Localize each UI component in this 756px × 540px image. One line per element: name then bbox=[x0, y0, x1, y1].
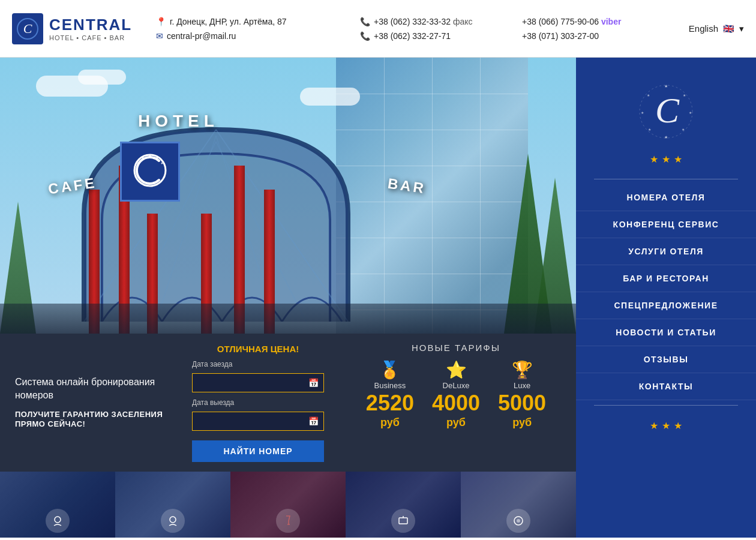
contact-info: 📍 г. Донецк, ДНР, ул. Артёма, 87 ✉ centr… bbox=[144, 17, 360, 41]
svg-point-14 bbox=[137, 163, 139, 164]
checkout-input-wrapper[interactable]: 📅 bbox=[192, 412, 324, 431]
calendar-icon-checkin: 📅 bbox=[308, 378, 319, 388]
sidebar-item-offers[interactable]: СПЕЦПРЕДЛОЖЕНИЕ bbox=[576, 292, 756, 319]
svg-point-16 bbox=[170, 517, 176, 523]
stars-ring: ★ ★ ★ ★ ★ ★ ★ ★ C bbox=[636, 82, 696, 142]
tariff-name-deluxe: DeLuxe bbox=[443, 381, 470, 390]
svg-text:★: ★ bbox=[664, 135, 668, 139]
thumb-content-3 bbox=[276, 509, 300, 533]
thumb-content-5 bbox=[506, 509, 530, 533]
phone4-row: +38 (071) 303-27-00 bbox=[522, 31, 672, 41]
checkin-input[interactable] bbox=[197, 378, 307, 387]
svg-text:★: ★ bbox=[689, 111, 692, 115]
tariff-currency-business: руб bbox=[380, 416, 400, 429]
svg-text:★: ★ bbox=[648, 128, 651, 131]
booking-description: Система онлайн бронирования номеров bbox=[15, 376, 165, 403]
tariffs-header: НОВЫЕ ТАРИФЫ bbox=[404, 343, 508, 353]
form-title: ОТЛИЧНАЯ ЦЕНА! bbox=[192, 344, 324, 354]
logo-area[interactable]: C CENTRAL HOTEL • CAFE • BAR bbox=[12, 13, 144, 44]
sidebar-item-reviews[interactable]: ОТЗЫВЫ bbox=[576, 346, 756, 373]
sidebar: ★ ★ ★ ★ ★ ★ ★ ★ C ★ ★ ★ bbox=[576, 58, 756, 538]
sidebar-divider-bottom bbox=[594, 405, 738, 406]
star-bottom-3: ★ bbox=[674, 420, 682, 431]
svg-text:★: ★ bbox=[641, 111, 644, 115]
left-panel: HOTEL bbox=[0, 58, 576, 538]
sidebar-item-contacts[interactable]: КОНТАКТЫ bbox=[576, 373, 756, 400]
booking-form: ОТЛИЧНАЯ ЦЕНА! Дата заезда 📅 Дата выезда… bbox=[180, 334, 336, 472]
checkout-label: Дата выезда bbox=[192, 398, 324, 407]
dropdown-icon: ▾ bbox=[739, 23, 744, 34]
address-row: 📍 г. Донецк, ДНР, ул. Артёма, 87 bbox=[156, 17, 348, 26]
phone2-text: +38 (062) 332-27-71 bbox=[374, 31, 451, 41]
star-bottom-1: ★ bbox=[650, 420, 658, 431]
thumb-5[interactable] bbox=[461, 472, 576, 538]
main-content: HOTEL bbox=[0, 58, 756, 538]
tariff-badge-deluxe: ⭐ bbox=[446, 362, 467, 379]
logo-text: CENTRAL HOTEL • CAFE • BAR bbox=[49, 16, 132, 41]
tariff-deluxe[interactable]: ⭐ DeLuxe 4000 руб bbox=[432, 362, 480, 429]
email-icon: ✉ bbox=[156, 31, 163, 41]
tariff-price-luxe: 5000 bbox=[498, 392, 546, 414]
sidebar-item-news[interactable]: НОВОСТИ И СТАТЬИ bbox=[576, 319, 756, 346]
sidebar-item-bar[interactable]: БАР И РЕСТОРАН bbox=[576, 265, 756, 292]
sidebar-divider-top bbox=[594, 179, 738, 179]
thumb-content-2 bbox=[161, 509, 185, 533]
sidebar-stars-bottom: ★ ★ ★ bbox=[650, 420, 682, 431]
phone1-text: +38 (062) 332-33-32 факс bbox=[374, 17, 473, 26]
tariff-currency-luxe: руб bbox=[512, 416, 532, 429]
phone-icon-2: 📞 bbox=[360, 31, 370, 41]
site-header: C CENTRAL HOTEL • CAFE • BAR 📍 г. Донецк… bbox=[0, 0, 756, 58]
thumb-3[interactable] bbox=[230, 472, 346, 538]
svg-point-11 bbox=[157, 157, 158, 159]
tariffs-title: НОВЫЕ ТАРИФЫ bbox=[412, 343, 500, 353]
logo-brand: CENTRAL bbox=[49, 16, 132, 34]
svg-point-13 bbox=[142, 157, 144, 159]
svg-point-10 bbox=[149, 155, 151, 157]
tariff-luxe[interactable]: 🏆 Luxe 5000 руб bbox=[498, 362, 546, 429]
svg-text:C: C bbox=[655, 91, 680, 130]
svg-point-20 bbox=[517, 519, 520, 523]
checkin-input-wrapper[interactable]: 📅 bbox=[192, 373, 324, 392]
svg-text:★: ★ bbox=[664, 84, 668, 88]
thumb-content-4 bbox=[391, 509, 415, 533]
svg-point-12 bbox=[161, 163, 163, 164]
tariffs-grid: 🏅 Business 2520 руб ⭐ DeLuxe 4000 руб bbox=[366, 362, 546, 429]
tariff-price-business: 2520 bbox=[366, 392, 414, 414]
sidebar-item-services[interactable]: УСЛУГИ ОТЕЛЯ bbox=[576, 238, 756, 265]
checkout-input[interactable] bbox=[197, 416, 307, 425]
arch-logo bbox=[120, 142, 180, 202]
tariff-badge-business: 🏅 bbox=[379, 362, 400, 379]
star-3: ★ bbox=[674, 154, 682, 165]
thumb-content-1 bbox=[46, 509, 70, 533]
sidebar-item-rooms[interactable]: НОМЕРА ОТЕЛЯ bbox=[576, 184, 756, 211]
location-icon: 📍 bbox=[156, 17, 166, 26]
lang-label: English bbox=[689, 23, 718, 34]
grid-line bbox=[432, 58, 433, 334]
svg-text:★: ★ bbox=[647, 94, 650, 97]
booking-left-section: Система онлайн бронирования номеров ПОЛУ… bbox=[0, 334, 180, 472]
language-selector[interactable]: English 🇬🇧 ▾ bbox=[672, 23, 744, 34]
booking-bar: Система онлайн бронирования номеров ПОЛУ… bbox=[0, 334, 576, 472]
sidebar-item-conference[interactable]: КОНФЕРЕНЦ СЕРВИС bbox=[576, 211, 756, 238]
grid-line bbox=[480, 58, 481, 334]
star-1: ★ bbox=[650, 154, 658, 165]
sidebar-stars-top: ★ ★ ★ bbox=[650, 154, 682, 165]
phone3-row: +38 (066) 775-90-06 viber bbox=[522, 17, 672, 26]
star-bottom-2: ★ bbox=[662, 420, 670, 431]
svg-point-15 bbox=[55, 517, 61, 523]
thumb-2[interactable] bbox=[115, 472, 230, 538]
phone3-text: +38 (066) 775-90-06 viber bbox=[522, 17, 621, 26]
tariff-business[interactable]: 🏅 Business 2520 руб bbox=[366, 362, 414, 429]
svg-rect-17 bbox=[399, 518, 407, 524]
find-room-button[interactable]: НАЙТИ НОМЕР bbox=[192, 440, 324, 462]
email-row[interactable]: ✉ central-pr@mail.ru bbox=[156, 31, 348, 41]
thumb-4[interactable] bbox=[346, 472, 461, 538]
email-text: central-pr@mail.ru bbox=[167, 31, 236, 41]
phone2-row: 📞 +38 (062) 332-27-71 bbox=[360, 31, 516, 41]
phone4-text: +38 (071) 303-27-00 bbox=[522, 31, 599, 41]
logo-icon: C bbox=[12, 13, 43, 44]
thumb-1[interactable] bbox=[0, 472, 115, 538]
thumbnails-row bbox=[0, 472, 576, 538]
svg-text:C: C bbox=[23, 21, 32, 36]
phones-col-2: +38 (066) 775-90-06 viber +38 (071) 303-… bbox=[516, 17, 672, 41]
